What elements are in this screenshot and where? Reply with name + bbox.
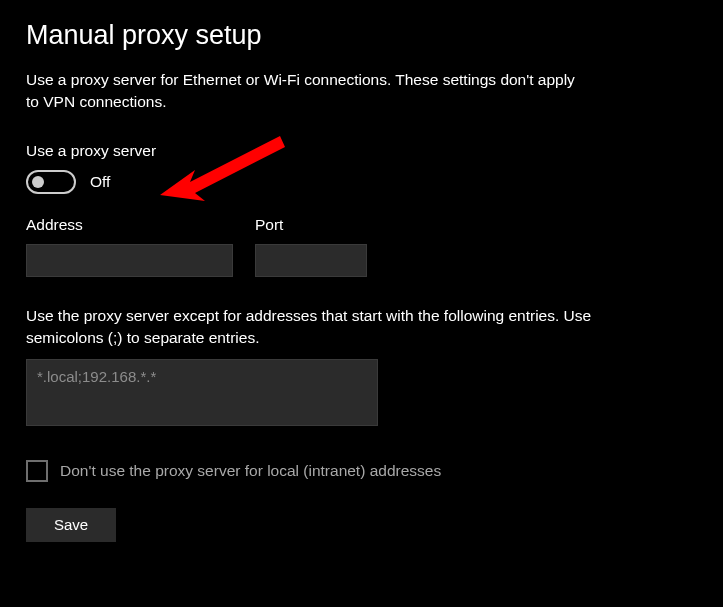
save-button[interactable]: Save: [26, 508, 116, 542]
address-label: Address: [26, 216, 233, 234]
port-label: Port: [255, 216, 367, 234]
page-title: Manual proxy setup: [26, 20, 699, 51]
local-bypass-label: Don't use the proxy server for local (in…: [60, 462, 441, 480]
port-input[interactable]: [255, 244, 367, 277]
exceptions-input[interactable]: [26, 359, 378, 426]
use-proxy-toggle[interactable]: [26, 170, 76, 194]
toggle-knob: [32, 176, 44, 188]
use-proxy-label: Use a proxy server: [26, 142, 699, 160]
use-proxy-state: Off: [90, 173, 110, 191]
exceptions-label: Use the proxy server except for addresse…: [26, 305, 626, 348]
proxy-description: Use a proxy server for Ethernet or Wi-Fi…: [26, 69, 586, 112]
address-input[interactable]: [26, 244, 233, 277]
local-bypass-checkbox[interactable]: [26, 460, 48, 482]
